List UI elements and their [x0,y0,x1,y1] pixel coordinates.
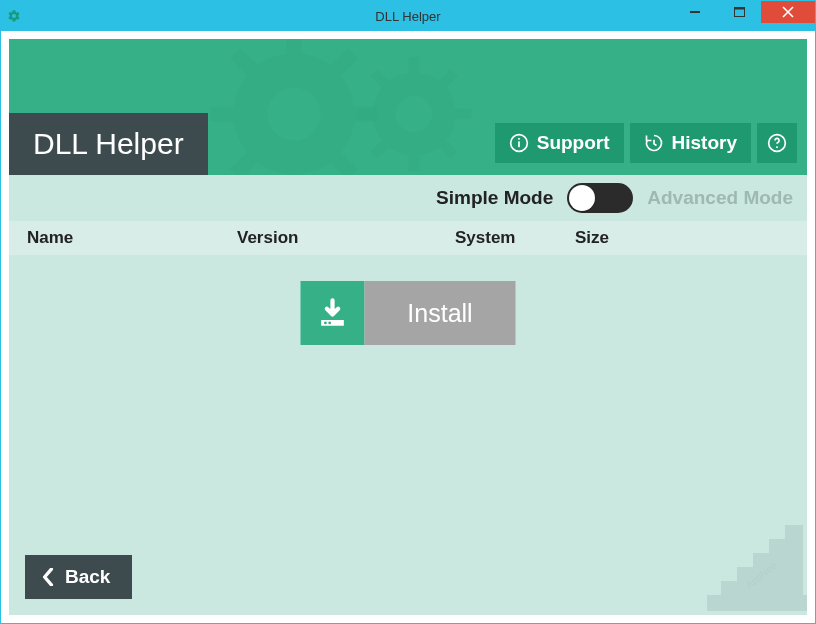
svg-point-29 [328,322,331,325]
maximize-icon [734,7,745,18]
svg-rect-31 [769,539,803,553]
column-system[interactable]: System [455,228,575,248]
svg-rect-2 [734,7,744,9]
svg-rect-34 [721,581,803,595]
mode-bar: Simple Mode Advanced Mode [9,175,807,221]
app-title-box: DLL Helper [9,113,208,175]
svg-rect-6 [210,106,237,121]
app-body: DLL Helper Support History Simple Mode [1,31,815,623]
watermark: AppNee [707,525,807,615]
svg-rect-17 [453,109,471,119]
download-icon [316,296,350,330]
install-icon-box [301,281,365,345]
simple-mode-label: Simple Mode [436,187,553,209]
svg-rect-24 [518,141,520,147]
close-button[interactable] [761,1,815,23]
content-area: Install Back AppNee [9,255,807,615]
install-button[interactable]: Install [301,281,516,345]
back-button[interactable]: Back [25,555,132,599]
header-buttons: Support History [495,123,797,163]
support-label: Support [537,132,610,154]
svg-point-12 [267,87,320,140]
gear-decoration [349,49,479,175]
svg-point-28 [324,322,327,325]
app-icon [7,9,21,23]
install-label: Install [365,281,516,345]
help-icon [767,133,787,153]
app-title: DLL Helper [33,127,184,161]
support-button[interactable]: Support [495,123,624,163]
mode-toggle[interactable] [567,183,633,213]
history-icon [644,133,664,153]
svg-rect-25 [518,138,520,140]
app-window: DLL Helper DLL Helper [0,0,816,624]
svg-rect-5 [286,171,301,175]
maximize-button[interactable] [717,1,761,23]
column-name[interactable]: Name [27,228,237,248]
svg-rect-30 [785,525,803,539]
svg-rect-15 [409,153,419,171]
svg-rect-16 [357,109,375,119]
chevron-left-icon [41,568,55,586]
titlebar[interactable]: DLL Helper [1,1,815,31]
advanced-mode-label: Advanced Mode [647,187,793,209]
history-button[interactable]: History [630,123,751,163]
svg-rect-35 [707,595,807,611]
minimize-icon [689,6,701,18]
info-icon [509,133,529,153]
svg-rect-14 [409,57,419,75]
column-size[interactable]: Size [575,228,807,248]
help-button[interactable] [757,123,797,163]
window-controls [673,1,815,31]
svg-rect-27 [776,146,778,148]
svg-rect-32 [753,553,803,567]
back-label: Back [65,566,110,588]
header-banner: DLL Helper Support History [9,39,807,175]
svg-point-22 [396,96,432,132]
minimize-button[interactable] [673,1,717,23]
svg-rect-4 [286,39,301,57]
close-icon [782,6,794,18]
column-version[interactable]: Version [237,228,455,248]
toggle-knob [569,185,595,211]
column-headers: Name Version System Size [9,221,807,255]
history-label: History [672,132,737,154]
svg-rect-0 [690,11,700,13]
